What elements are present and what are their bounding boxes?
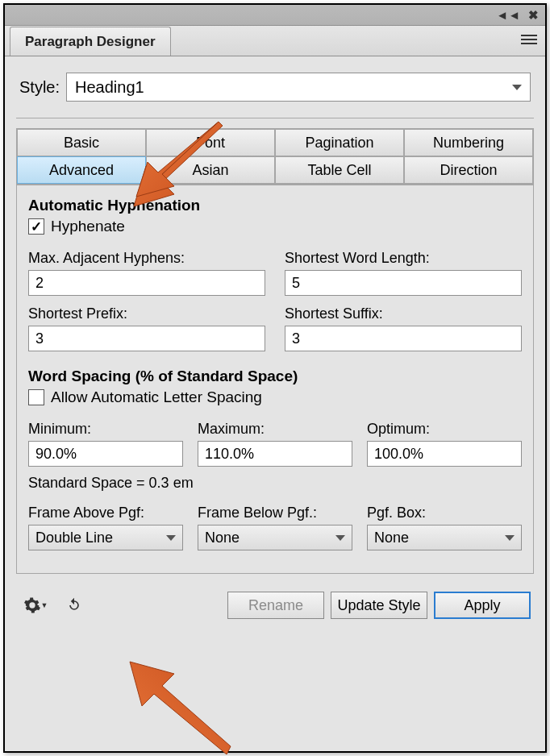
minimum-input[interactable]: [28, 441, 183, 467]
style-select-value: Heading1: [75, 78, 144, 97]
gear-icon[interactable]: ▼: [19, 594, 52, 617]
style-select[interactable]: Heading1: [66, 73, 531, 102]
chevron-down-icon: [512, 85, 522, 90]
shortest-suffix-label: Shortest Suffix:: [285, 305, 522, 322]
panel-menu-icon[interactable]: [521, 32, 537, 47]
frame-above-select[interactable]: Double Line: [28, 525, 183, 550]
shortest-word-label: Shortest Word Length:: [285, 250, 522, 267]
chevron-down-icon: [166, 535, 176, 541]
standard-space-text: Standard Space = 0.3 em: [28, 475, 522, 492]
shortest-suffix-input[interactable]: [285, 326, 522, 351]
chevron-down-icon: [505, 535, 515, 541]
refresh-icon[interactable]: [58, 594, 90, 617]
divider: [16, 118, 534, 118]
shortest-word-input[interactable]: [285, 270, 522, 296]
style-label: Style:: [19, 78, 60, 97]
frame-below-select[interactable]: None: [198, 525, 352, 550]
minimum-label: Minimum:: [28, 421, 183, 438]
pgf-box-label: Pgf. Box:: [367, 505, 522, 521]
tab-table-cell[interactable]: Table Cell: [275, 156, 404, 184]
optimum-label: Optimum:: [367, 421, 522, 438]
allow-letter-spacing-checkbox[interactable]: [28, 389, 44, 405]
collapse-icon[interactable]: ◄◄: [496, 8, 520, 22]
tab-asian[interactable]: Asian: [146, 156, 275, 184]
allow-letter-spacing-label: Allow Automatic Letter Spacing: [51, 388, 262, 406]
close-icon[interactable]: ✖: [528, 8, 539, 23]
tab-direction[interactable]: Direction: [404, 156, 533, 184]
pgf-box-select[interactable]: None: [367, 525, 522, 550]
update-style-button[interactable]: Update Style: [331, 592, 427, 619]
max-adjacent-input[interactable]: [28, 270, 265, 296]
maximum-label: Maximum:: [198, 421, 352, 438]
frame-below-label: Frame Below Pgf.:: [198, 505, 352, 521]
hyphenate-checkbox[interactable]: [28, 218, 44, 235]
max-adjacent-label: Max. Adjacent Hyphens:: [28, 250, 265, 267]
panel-tab-paragraph-designer[interactable]: Paragraph Designer: [10, 27, 171, 56]
hyphenation-title: Automatic Hyphenation: [28, 197, 522, 214]
frame-above-label: Frame Above Pgf:: [28, 505, 183, 521]
tab-basic[interactable]: Basic: [17, 129, 146, 156]
tab-numbering[interactable]: Numbering: [404, 129, 533, 156]
rename-button[interactable]: Rename: [227, 592, 324, 619]
word-spacing-title: Word Spacing (% of Standard Space): [28, 368, 522, 385]
hyphenate-label: Hyphenate: [51, 218, 125, 235]
panel-tab-label: Paragraph Designer: [25, 34, 156, 50]
apply-button[interactable]: Apply: [434, 592, 531, 619]
optimum-input[interactable]: [367, 441, 522, 467]
shortest-prefix-label: Shortest Prefix:: [28, 305, 265, 322]
chevron-down-icon: [335, 535, 345, 541]
tab-advanced[interactable]: Advanced: [17, 156, 146, 184]
maximum-input[interactable]: [198, 441, 352, 467]
tab-font[interactable]: Font: [146, 129, 275, 156]
shortest-prefix-input[interactable]: [28, 326, 265, 351]
tab-pagination[interactable]: Pagination: [275, 129, 404, 156]
